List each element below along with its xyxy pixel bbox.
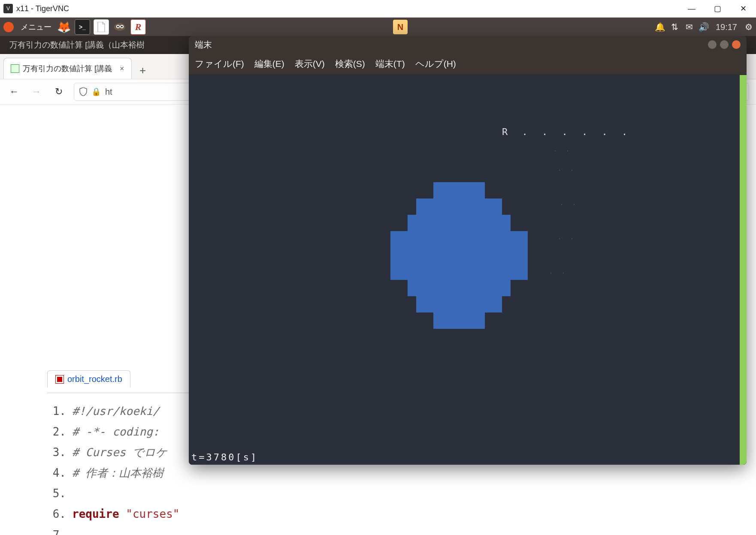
host-window-title: x11 - TigerVNC bbox=[16, 4, 69, 13]
terminal-menu-search[interactable]: 検索(S) bbox=[335, 58, 365, 70]
source-file-tab[interactable]: orbit_rocket.rb bbox=[47, 370, 130, 388]
tab-favicon-icon bbox=[11, 64, 19, 73]
planet-earth bbox=[399, 182, 536, 345]
new-tab-button[interactable]: + bbox=[134, 62, 151, 79]
tigervnc-app-icon: V bbox=[3, 4, 13, 13]
svg-point-3 bbox=[117, 26, 119, 27]
code-line-4: # 作者：山本裕樹 bbox=[72, 466, 163, 479]
terminal-maximize-button[interactable] bbox=[720, 40, 729, 49]
firefox-launcher-icon[interactable]: 🦊 bbox=[57, 20, 71, 34]
mail-tray-icon[interactable]: ✉ bbox=[682, 22, 697, 32]
source-file-name: orbit_rocket.rb bbox=[67, 374, 122, 384]
rocket-marker: R . . . . . . bbox=[502, 126, 632, 137]
terminal-minimize-button[interactable] bbox=[708, 40, 717, 49]
orbit-trail: . . bbox=[558, 234, 576, 240]
tracking-shield-icon bbox=[79, 87, 87, 96]
gimp-launcher-icon[interactable] bbox=[112, 20, 127, 34]
code-line-6-keyword: require bbox=[72, 508, 119, 520]
terminal-titlebar[interactable]: 端末 bbox=[189, 36, 747, 53]
orbit-trail: . . bbox=[549, 268, 568, 275]
host-close-button[interactable]: ✕ bbox=[730, 0, 756, 17]
terminal-scrollbar[interactable] bbox=[740, 75, 747, 465]
terminal-menu-terminal[interactable]: 端末(T) bbox=[375, 58, 405, 70]
terminal-menu-view[interactable]: 表示(V) bbox=[295, 58, 325, 70]
host-window-titlebar: V x11 - TigerVNC — ▢ ✕ bbox=[0, 0, 756, 18]
text-editor-launcher-icon[interactable] bbox=[94, 19, 109, 35]
terminal-menu-help[interactable]: ヘルプ(H) bbox=[415, 58, 456, 70]
terminal-launcher-icon[interactable]: >_ bbox=[75, 19, 90, 35]
r-launcher-icon[interactable]: R bbox=[130, 19, 146, 35]
code-line-3: # Curses でロケ bbox=[72, 446, 167, 459]
terminal-menu-edit[interactable]: 編集(E) bbox=[254, 58, 284, 70]
terminal-menu-file[interactable]: ファイル(F) bbox=[195, 58, 244, 70]
sound-tray-icon[interactable]: 🔊 bbox=[697, 22, 711, 32]
address-text: ht bbox=[105, 87, 112, 97]
simulation-time-status: t=3780[s] bbox=[191, 452, 258, 463]
ubuntu-top-panel: メニュー 🦊 >_ R N 🔔 ⇅ ✉ 🔊 19:17 ⚙ bbox=[0, 18, 756, 36]
reload-button[interactable]: ↻ bbox=[51, 84, 66, 99]
orbit-trail: . . bbox=[553, 146, 572, 153]
orbit-trail: . . bbox=[558, 165, 576, 172]
terminal-close-button[interactable] bbox=[732, 40, 741, 49]
forward-button[interactable]: → bbox=[29, 84, 44, 99]
notification-app-icon[interactable]: N bbox=[393, 20, 408, 34]
lock-icon: 🔒 bbox=[91, 87, 101, 96]
terminal-menubar: ファイル(F) 編集(E) 表示(V) 検索(S) 端末(T) ヘルプ(H) bbox=[189, 53, 747, 75]
ruby-file-icon bbox=[55, 375, 64, 384]
svg-point-4 bbox=[121, 26, 123, 27]
network-tray-icon[interactable]: ⇅ bbox=[668, 22, 682, 32]
terminal-title: 端末 bbox=[195, 39, 212, 51]
terminal-body[interactable]: R . . . . . . . . . . . . . . . . t=3780… bbox=[189, 75, 747, 465]
orbit-trail: . . bbox=[560, 199, 578, 206]
terminal-window: 端末 ファイル(F) 編集(E) 表示(V) 検索(S) 端末(T) ヘルプ(H… bbox=[189, 36, 747, 465]
svg-point-0 bbox=[114, 23, 125, 31]
ubuntu-logo-button[interactable] bbox=[0, 18, 17, 36]
code-line-1: #!/usr/koeki/ bbox=[72, 405, 160, 418]
tab-title: 万有引力の数値計算 [講義 bbox=[23, 63, 112, 74]
host-minimize-button[interactable]: — bbox=[679, 0, 705, 17]
settings-tray-icon[interactable]: ⚙ bbox=[741, 22, 756, 32]
host-maximize-button[interactable]: ▢ bbox=[705, 0, 730, 17]
tab-close-button[interactable]: × bbox=[120, 64, 124, 73]
code-line-2: # -*- coding: bbox=[72, 425, 160, 438]
notifications-tray-icon[interactable]: 🔔 bbox=[653, 22, 668, 32]
code-line-6-string: "curses" bbox=[126, 508, 179, 520]
back-button[interactable]: ← bbox=[7, 84, 21, 99]
firefox-tab-active[interactable]: 万有引力の数値計算 [講義 × bbox=[3, 58, 132, 79]
ubuntu-menu-button[interactable]: メニュー bbox=[17, 18, 55, 36]
clock[interactable]: 19:17 bbox=[711, 22, 741, 32]
